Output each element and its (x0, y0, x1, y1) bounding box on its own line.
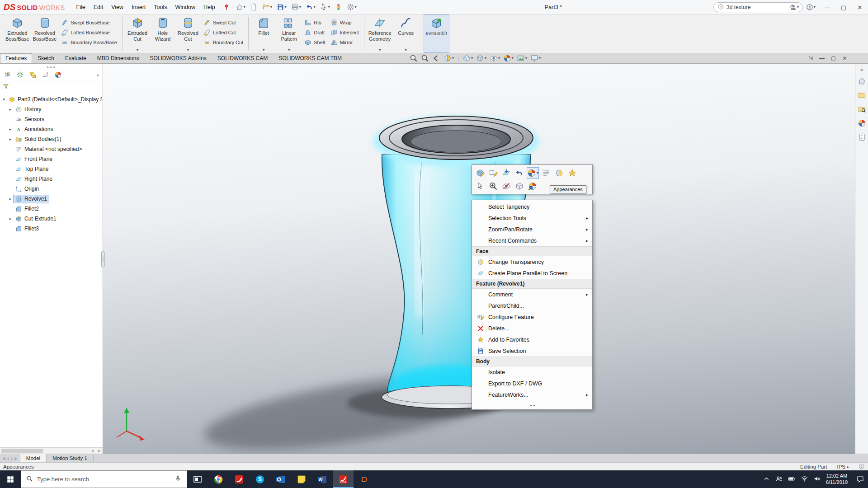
tree-item-annotations[interactable]: ▸ AAnnotations (0, 124, 103, 134)
menu-tools[interactable]: Tools (150, 2, 171, 13)
tree-item-fillet3[interactable]: Fillet3 (0, 224, 103, 234)
menu-item-select-tangency[interactable]: Select Tangency (472, 201, 592, 212)
menu-item-recent-commands[interactable]: Recent Commands ▸ (472, 235, 592, 246)
menu-item-isolate[interactable]: Isolate (472, 366, 592, 378)
tree-filter-button[interactable] (2, 83, 9, 91)
ribbon-mirror-button[interactable]: Mirror (330, 38, 359, 46)
tree-item-revolve1[interactable]: ▸ Revolve1 (0, 194, 103, 204)
ribbon-lofted-boss-base-button[interactable]: Lofted Boss/Base (61, 28, 117, 36)
menu-item-change-transparency[interactable]: Change Transparency (472, 256, 592, 267)
scrollbar-thumb[interactable] (1, 449, 43, 453)
menu-help[interactable]: Help (199, 2, 219, 13)
tab-mbd-dimensions[interactable]: MBD Dimensions (92, 53, 145, 63)
options-gear-button[interactable]: ▾ (345, 2, 359, 12)
edit-sketch-button[interactable] (487, 167, 499, 179)
ribbon-curves-button[interactable]: Curves▾ (393, 14, 419, 53)
menu-item-export-to-dxf-dwg[interactable]: Export to DXF / DWG (472, 378, 592, 389)
tray-people-button[interactable] (775, 475, 783, 484)
zoom-area-button[interactable] (421, 54, 429, 62)
tree-item-fillet2[interactable]: Fillet2 (0, 204, 103, 214)
appearances-button[interactable]: ▾ (527, 167, 539, 179)
tree-item-origin[interactable]: Origin (0, 184, 103, 194)
ribbon-extruded-boss-base-button[interactable]: ExtrudedBoss/Base (4, 14, 31, 53)
taskbar-search[interactable]: Type here to search (21, 470, 187, 488)
transparency-ball-button[interactable] (553, 167, 565, 179)
minimize-doc-button[interactable]: — (819, 55, 825, 61)
user-button[interactable] (788, 3, 799, 12)
design-library-button[interactable] (858, 91, 866, 101)
menu-item-selection-tools[interactable]: Selection Tools ▸ (472, 212, 592, 224)
appearances-scenes-button[interactable] (858, 119, 866, 129)
tray-chevron-up-button[interactable] (763, 475, 770, 484)
ribbon-shell-button[interactable]: Shell (304, 38, 325, 46)
ribbon-draft-button[interactable]: Draft (304, 28, 325, 36)
ribbon-boundary-cut-button[interactable]: Boundary Cut (203, 38, 243, 46)
menu-insert[interactable]: Insert (127, 2, 150, 13)
expand-arrow-icon[interactable]: ▸ (8, 107, 13, 112)
tree-item-top-plane[interactable]: Top Plane (0, 164, 103, 174)
panel-grip[interactable]: ●●● (0, 64, 103, 70)
ribbon-linear-pattern-button[interactable]: LinearPattern▾ (276, 14, 302, 53)
normal-to-button[interactable] (500, 167, 512, 179)
menu-item-parent-child[interactable]: Parent/Child... (472, 300, 592, 311)
expand-arrow-icon[interactable]: ▸ (8, 137, 13, 141)
ribbon-reference-geometry-button[interactable]: ReferenceGeometry▾ (367, 14, 393, 53)
display-manager-tab[interactable] (54, 71, 62, 80)
tray-wifi-button[interactable] (801, 475, 808, 484)
resources-home-button[interactable] (858, 77, 866, 87)
hide-show-button[interactable]: ▾ (490, 54, 500, 62)
taskbar-solidworks-2019-button[interactable]: 2019 (333, 470, 354, 488)
menu-item-comment[interactable]: Comment ▸ (472, 289, 592, 300)
view-settings-button[interactable]: ▾ (530, 54, 541, 62)
ribbon-revolved-cut-button[interactable]: RevolvedCut▾ (175, 14, 201, 53)
ribbon-revolved-boss-base-button[interactable]: RevolvedBoss/Base (31, 14, 59, 53)
ribbon-rib-button[interactable]: Rib (304, 19, 325, 26)
scroll-first-button[interactable]: « (3, 456, 6, 461)
view-orientation-button[interactable]: ▾ (462, 54, 473, 62)
ribbon-boundary-boss-base-button[interactable]: Boundary Boss/Base (61, 38, 117, 46)
scroll-right-button[interactable]: ▸ (96, 449, 103, 453)
ribbon-extruded-cut-button[interactable]: ExtrudedCut▾ (125, 14, 150, 53)
taskbar-word-button[interactable]: W (312, 470, 333, 488)
scroll-next-button[interactable]: › (11, 456, 12, 461)
taskbar-outlook-button[interactable] (270, 470, 291, 488)
custom-properties-button[interactable] (858, 133, 866, 143)
undo-button[interactable]: ▾ (304, 2, 317, 12)
isolate-cube-button[interactable] (514, 180, 525, 192)
appearance-callout-button[interactable] (527, 180, 538, 192)
menu-file[interactable]: File (72, 2, 90, 13)
edit-appearance-button[interactable]: ▾ (503, 54, 514, 62)
ribbon-intersect-button[interactable]: Intersect (330, 28, 359, 36)
restore-doc-button[interactable]: ▢ (831, 55, 836, 61)
menu-item-zoom-pan-rotate[interactable]: Zoom/Pan/Rotate ▸ (472, 224, 592, 235)
menu-window[interactable]: Window (171, 2, 199, 13)
tab-evaluate[interactable]: Evaluate (60, 53, 92, 63)
scroll-prev-button[interactable]: ‹ (8, 456, 9, 461)
taskbar-sticky-notes-button[interactable] (291, 470, 312, 488)
ribbon-swept-cut-button[interactable]: Swept Cut (203, 19, 243, 26)
tab-features[interactable]: Features (0, 53, 32, 63)
expand-arrow-icon[interactable]: ▾ (1, 97, 6, 102)
scroll-left-button[interactable]: ◂ (89, 449, 96, 453)
orientation-triad[interactable] (117, 408, 145, 441)
select-arrow-button[interactable]: ▾ (318, 2, 332, 12)
start-button[interactable] (0, 470, 21, 488)
tree-item-front-plane[interactable]: Front Plane (0, 154, 103, 164)
expand-arrow-icon[interactable]: ▸ (8, 127, 13, 131)
panel-tabs-overflow[interactable]: » (96, 73, 99, 78)
zoom-fit-button[interactable] (410, 54, 418, 62)
tree-item-material-not-specified[interactable]: Material <not specified> (0, 144, 103, 154)
display-style-button[interactable]: ▾ (476, 54, 486, 62)
tab-solidworks-cam[interactable]: SOLIDWORKS CAM (212, 53, 273, 63)
taskbar-task-view-button[interactable] (187, 470, 208, 488)
scroll-last-button[interactable]: » (14, 456, 17, 461)
select-other-button[interactable] (474, 180, 486, 192)
ribbon-swept-boss-base-button[interactable]: Swept Boss/Base (61, 19, 117, 26)
tab-model[interactable]: Model (20, 454, 47, 462)
rebuild-button[interactable] (333, 2, 344, 12)
ribbon-wrap-button[interactable]: Wrap (330, 19, 359, 26)
expand-arrow-icon[interactable]: ▸ (8, 197, 13, 201)
file-explorer-button[interactable] (858, 105, 866, 115)
units-selector[interactable]: IPS ▴ (837, 464, 849, 469)
quick-tip-help-button[interactable]: ? (859, 465, 865, 470)
